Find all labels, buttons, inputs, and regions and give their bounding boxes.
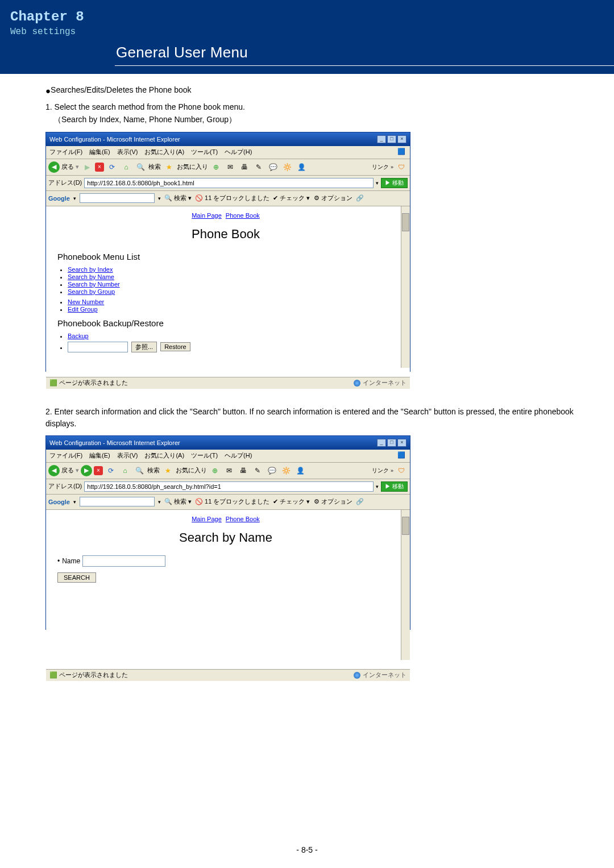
maximize-button[interactable]: □ xyxy=(387,135,396,143)
refresh-button[interactable]: ⟳ xyxy=(106,161,118,173)
mail-button[interactable]: ✉ xyxy=(224,161,237,173)
stop-button[interactable]: × xyxy=(95,163,104,172)
go-button[interactable]: ▶ 移動 xyxy=(381,481,408,492)
google-block[interactable]: 🚫 11 をブロックしました xyxy=(195,194,269,202)
google-search-button[interactable]: 🔍 検索 ▾ xyxy=(164,194,192,202)
links-label[interactable]: リンク xyxy=(372,163,389,171)
stop-button[interactable]: × xyxy=(94,466,103,475)
links-label[interactable]: リンク xyxy=(372,467,389,475)
google-link-icon[interactable]: 🔗 xyxy=(356,194,364,202)
google-logo[interactable]: Google xyxy=(48,499,70,505)
google-logo[interactable]: Google xyxy=(48,195,70,202)
menu-help[interactable]: ヘルプ(H) xyxy=(225,148,252,157)
search-label: 検索 xyxy=(147,466,160,475)
print-button[interactable]: 🖶 xyxy=(237,464,250,477)
discuss-button[interactable]: 💬 xyxy=(267,161,279,173)
mail-button[interactable]: ✉ xyxy=(223,464,235,477)
messenger-button[interactable]: 👤 xyxy=(294,464,306,477)
menu-edit[interactable]: 編集(E) xyxy=(89,148,110,157)
norton-icon[interactable]: 🛡 xyxy=(395,464,408,477)
search-icon[interactable]: 🔍 xyxy=(133,464,146,477)
name-label: Name xyxy=(62,557,80,565)
refresh-button[interactable]: ⟳ xyxy=(105,464,117,477)
menu-file[interactable]: ファイル(F) xyxy=(49,148,82,157)
ie-logo-icon: 🟦 xyxy=(397,148,406,157)
link-search-by-number[interactable]: Search by Number xyxy=(68,281,120,288)
menu-edit[interactable]: 編集(E) xyxy=(89,451,110,460)
window-buttons: _ □ × xyxy=(377,135,406,143)
back-button[interactable]: ◀ xyxy=(48,161,60,173)
menu-favorites[interactable]: お気に入り(A) xyxy=(144,451,184,460)
menu-tools[interactable]: ツール(T) xyxy=(191,451,218,460)
chapter-subtitle: Web settings xyxy=(10,27,99,37)
link-edit-group[interactable]: Edit Group xyxy=(68,306,98,313)
print-button[interactable]: 🖶 xyxy=(238,161,251,173)
research-button[interactable]: 🔆 xyxy=(280,464,292,477)
forward-button[interactable]: ▶ xyxy=(81,465,92,476)
google-options[interactable]: ⚙ オプション xyxy=(314,497,352,506)
link-main-page[interactable]: Main Page xyxy=(192,212,222,219)
favorites-icon[interactable]: ★ xyxy=(163,161,175,173)
home-button[interactable]: ⌂ xyxy=(120,161,132,173)
restore-button[interactable]: Restore xyxy=(160,342,190,351)
address-label: アドレス(D) xyxy=(48,482,82,491)
search-by-name-heading: Search by Name xyxy=(57,530,394,545)
scrollbar-thumb[interactable] xyxy=(402,213,409,231)
google-options[interactable]: ⚙ オプション xyxy=(314,194,352,202)
globe-icon xyxy=(354,380,360,387)
close-button[interactable]: × xyxy=(397,135,406,143)
scrollbar-thumb[interactable] xyxy=(402,517,409,535)
restore-file-input[interactable] xyxy=(68,342,128,352)
google-toolbar: Google▾ ▾ 🔍 検索 ▾ 🚫 11 をブロックしました ✔ チェック ▾… xyxy=(46,495,410,510)
menu-file[interactable]: ファイル(F) xyxy=(49,451,82,460)
history-button[interactable]: ⊕ xyxy=(209,464,221,477)
search-button[interactable]: SEARCH xyxy=(57,572,96,583)
link-backup[interactable]: Backup xyxy=(68,333,89,339)
menu-help[interactable]: ヘルプ(H) xyxy=(225,451,252,460)
menu-favorites[interactable]: お気に入り(A) xyxy=(144,148,184,157)
back-button[interactable]: ◀ xyxy=(48,465,60,476)
menu-view[interactable]: 表示(V) xyxy=(117,148,138,157)
discuss-button[interactable]: 💬 xyxy=(265,464,278,477)
link-search-by-name[interactable]: Search by Name xyxy=(68,273,114,280)
link-search-by-index[interactable]: Search by Index xyxy=(68,266,113,273)
link-phone-book[interactable]: Phone Book xyxy=(226,516,260,522)
google-block[interactable]: 🚫 11 をブロックしました xyxy=(195,497,269,506)
go-button[interactable]: ▶ 移動 xyxy=(381,178,408,188)
maximize-button[interactable]: □ xyxy=(387,439,396,447)
address-input[interactable] xyxy=(84,178,374,188)
history-button[interactable]: ⊕ xyxy=(210,161,222,173)
edit-button[interactable]: ✎ xyxy=(251,464,264,477)
google-search-input[interactable] xyxy=(80,193,155,203)
google-check[interactable]: ✔ チェック ▾ xyxy=(273,194,310,202)
google-link-icon[interactable]: 🔗 xyxy=(356,498,364,505)
google-search-button[interactable]: 🔍 検索 ▾ xyxy=(164,497,192,506)
menu-bar: ファイル(F) 編集(E) 表示(V) お気に入り(A) ツール(T) ヘルプ(… xyxy=(46,146,410,159)
close-button[interactable]: × xyxy=(397,439,406,447)
research-button[interactable]: 🔆 xyxy=(281,161,293,173)
favorites-icon[interactable]: ★ xyxy=(161,464,174,477)
name-input[interactable] xyxy=(82,555,165,567)
link-search-by-group[interactable]: Search by Group xyxy=(68,288,115,295)
link-phone-book[interactable]: Phone Book xyxy=(226,212,260,219)
norton-icon[interactable]: 🛡 xyxy=(395,161,408,173)
messenger-button[interactable]: 👤 xyxy=(295,161,308,173)
home-button[interactable]: ⌂ xyxy=(119,464,131,477)
scrollbar[interactable] xyxy=(401,510,410,660)
search-icon[interactable]: 🔍 xyxy=(134,161,147,173)
phonebook-menu-list-2: New Number Edit Group xyxy=(68,298,394,313)
scrollbar[interactable] xyxy=(401,206,410,368)
forward-button[interactable]: ▶ xyxy=(81,161,93,173)
browse-button[interactable]: 参照... xyxy=(131,342,157,352)
menu-view[interactable]: 表示(V) xyxy=(117,451,138,460)
edit-button[interactable]: ✎ xyxy=(252,161,265,173)
google-check[interactable]: ✔ チェック ▾ xyxy=(273,497,310,506)
minimize-button[interactable]: _ xyxy=(377,439,386,447)
minimize-button[interactable]: _ xyxy=(377,135,386,143)
address-input[interactable] xyxy=(84,481,374,492)
step-1: 1. Select the search method from the Pho… xyxy=(45,102,580,111)
link-new-number[interactable]: New Number xyxy=(68,298,104,305)
menu-tools[interactable]: ツール(T) xyxy=(191,148,218,157)
google-search-input[interactable] xyxy=(80,497,155,506)
link-main-page[interactable]: Main Page xyxy=(192,516,222,522)
